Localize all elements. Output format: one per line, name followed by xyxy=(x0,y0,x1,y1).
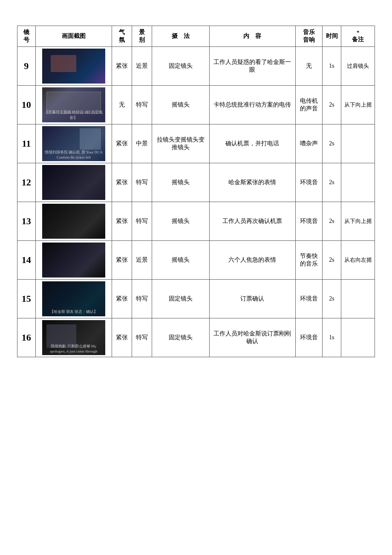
cell-atmosphere: 紧张 xyxy=(112,241,132,280)
table-row: 13紧张特写摇镜头工作人员再次确认机票环境音2s从下向上摇 xyxy=(17,202,375,241)
cell-image xyxy=(35,47,112,86)
cell-content: 六个人焦急的表情 xyxy=(209,241,295,280)
cell-atmosphere: 无 xyxy=(112,86,132,124)
cell-method: 摇镜头 xyxy=(152,86,210,124)
thumb-label: 情报到国务院 确认机 票 Your DCA Confirm Be tickes … xyxy=(43,150,104,159)
cell-method: 摇镜头 xyxy=(152,241,210,280)
cell-music: 节奏快的音乐 xyxy=(295,241,322,280)
header-num: 镜 号 xyxy=(17,26,36,47)
cell-method: 摇镜头 xyxy=(152,202,210,241)
header-method: 摄 法 xyxy=(152,26,210,47)
cell-scene: 特写 xyxy=(132,318,152,357)
cell-music: 环境音 xyxy=(295,318,322,357)
table-row: 14紧张近景摇镜头六个人焦急的表情节奏快的音乐2s从右向左摇 xyxy=(17,241,375,280)
cell-time: 1s xyxy=(322,318,341,357)
film-thumbnail xyxy=(42,49,105,84)
cell-num: 14 xyxy=(17,241,36,280)
cell-image xyxy=(35,163,112,202)
cell-image xyxy=(35,202,112,241)
cell-num: 12 xyxy=(17,163,36,202)
cell-music: 环境音 xyxy=(295,163,322,202)
cell-atmosphere: 紧张 xyxy=(112,202,132,241)
cell-scene: 近景 xyxy=(132,241,152,280)
cell-num: 11 xyxy=(17,124,36,163)
cell-time: 2s xyxy=(322,241,341,280)
film-thumbnail xyxy=(42,165,105,200)
cell-method: 固定镜头 xyxy=(152,280,210,318)
cell-note: 从下向上摇 xyxy=(341,202,375,241)
cell-content: 卡特总统批准行动方案的电传 xyxy=(209,86,295,124)
cell-image xyxy=(35,241,112,280)
film-thumbnail xyxy=(42,204,105,239)
cell-scene: 特写 xyxy=(132,86,152,124)
cell-content: 确认机票，并打电话 xyxy=(209,124,295,163)
cell-image: 【开幕可主题曲 哈好运 #好 自定电影】 xyxy=(35,86,112,124)
cell-time: 2s xyxy=(322,86,341,124)
cell-atmosphere: 紧张 xyxy=(112,163,132,202)
cell-atmosphere: 紧张 xyxy=(112,47,132,86)
film-thumbnail: 情报到国务院 确认机 票 Your DCA Confirm Be tickes … xyxy=(42,126,105,161)
cell-time: 2s xyxy=(322,163,341,202)
cell-num: 9 xyxy=(17,47,36,86)
cell-scene: 中景 xyxy=(132,124,152,163)
header-img: 画面截图 xyxy=(35,26,112,47)
header-note: * 备注 xyxy=(341,26,375,47)
cell-scene: 特写 xyxy=(132,202,152,241)
cell-music: 环境音 xyxy=(295,202,322,241)
cell-music: 电传机的声音 xyxy=(295,86,322,124)
header-time: 时间 xyxy=(322,26,341,47)
film-thumbnail: 我很抱歉 只剩那么难够 My apologies, it just come t… xyxy=(42,320,105,355)
cell-music: 环境音 xyxy=(295,280,322,318)
table-row: 9紧张近景固定镜头工作人员疑惑的看了哈金斯一眼无1s过肩镜头 xyxy=(17,47,375,86)
cell-method: 摇镜头 xyxy=(152,163,210,202)
cell-note xyxy=(341,163,375,202)
cell-content: 工作人员对哈金斯说订票刚刚确认 xyxy=(209,318,295,357)
thumb-label: 我很抱歉 只剩那么难够 My apologies, it just come t… xyxy=(43,344,104,353)
main-table: 镜 号 画面截图 气 氛 景 别 摄 法 内 容 音乐 音响 时间 * 备注 9… xyxy=(17,26,375,357)
film-thumbnail xyxy=(42,243,105,278)
cell-atmosphere: 紧张 xyxy=(112,124,132,163)
cell-music: 无 xyxy=(295,47,322,86)
cell-content: 工作人员疑惑的看了哈金斯一眼 xyxy=(209,47,295,86)
cell-content: 哈金斯紧张的表情 xyxy=(209,163,295,202)
cell-note xyxy=(341,124,375,163)
cell-scene: 特写 xyxy=(132,280,152,318)
cell-note: 过肩镜头 xyxy=(341,47,375,86)
cell-image: 情报到国务院 确认机 票 Your DCA Confirm Be tickes … xyxy=(35,124,112,163)
film-thumbnail: 【哈金斯 朋友 状态：确认】 xyxy=(42,281,105,316)
header-content: 内 容 xyxy=(209,26,295,47)
cell-time: 2s xyxy=(322,124,341,163)
cell-num: 13 xyxy=(17,202,36,241)
cell-time: 1s xyxy=(322,47,341,86)
cell-num: 16 xyxy=(17,318,36,357)
cell-method: 拉镜头变摇镜头变推镜头 xyxy=(152,124,210,163)
thumb-label: 【哈金斯 朋友 状态：确认】 xyxy=(43,309,104,315)
cell-num: 10 xyxy=(17,86,36,124)
cell-method: 固定镜头 xyxy=(152,318,210,357)
cell-time: 2s xyxy=(322,202,341,241)
cell-note: 从右向左摇 xyxy=(341,241,375,280)
table-row: 16我很抱歉 只剩那么难够 My apologies, it just come… xyxy=(17,318,375,357)
table-row: 15【哈金斯 朋友 状态：确认】紧张特写固定镜头订票确认环境音2s xyxy=(17,280,375,318)
cell-note xyxy=(341,318,375,357)
cell-note xyxy=(341,280,375,318)
table-row: 11情报到国务院 确认机 票 Your DCA Confirm Be ticke… xyxy=(17,124,375,163)
cell-time: 2s xyxy=(322,280,341,318)
header-atm: 气 氛 xyxy=(112,26,132,47)
cell-image: 我很抱歉 只剩那么难够 My apologies, it just come t… xyxy=(35,318,112,357)
table-row: 12紧张特写摇镜头哈金斯紧张的表情环境音2s xyxy=(17,163,375,202)
cell-music: 嘈杂声 xyxy=(295,124,322,163)
thumb-label: 【开幕可主题曲 哈好运 #好 自定电影】 xyxy=(43,110,104,121)
cell-atmosphere: 紧张 xyxy=(112,318,132,357)
cell-image: 【哈金斯 朋友 状态：确认】 xyxy=(35,280,112,318)
header-scene: 景 别 xyxy=(132,26,152,47)
cell-scene: 近景 xyxy=(132,47,152,86)
cell-atmosphere: 紧张 xyxy=(112,280,132,318)
cell-scene: 特写 xyxy=(132,163,152,202)
cell-content: 订票确认 xyxy=(209,280,295,318)
cell-content: 工作人员再次确认机票 xyxy=(209,202,295,241)
film-thumbnail: 【开幕可主题曲 哈好运 #好 自定电影】 xyxy=(42,87,105,122)
cell-num: 15 xyxy=(17,280,36,318)
header-music: 音乐 音响 xyxy=(295,26,322,47)
cell-note: 从下向上摇 xyxy=(341,86,375,124)
